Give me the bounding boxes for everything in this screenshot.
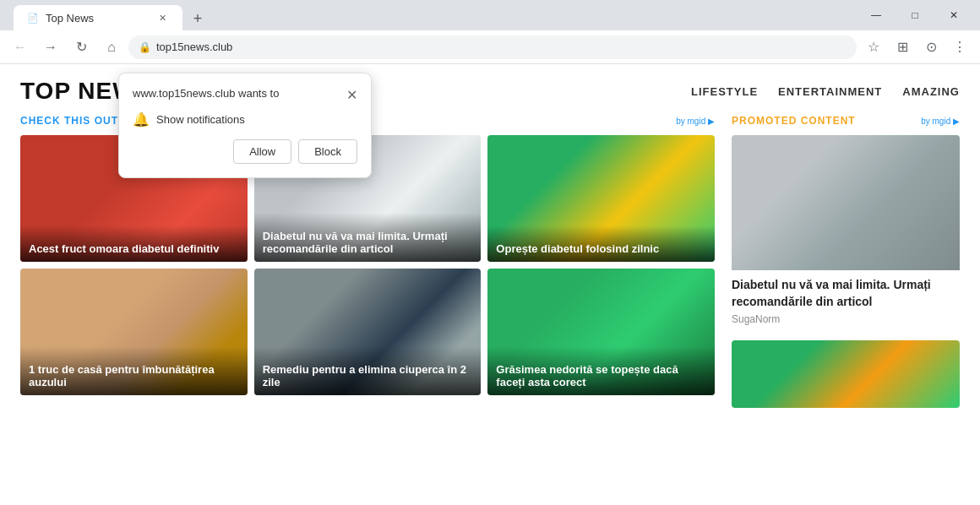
- address-text: top15news.club: [156, 41, 847, 53]
- popup-permission-text: Show notifications: [156, 113, 245, 126]
- sidebar-card-image-1: [732, 135, 960, 270]
- mgid-badge-main: by mgid ▶: [676, 117, 715, 126]
- bell-icon: 🔔: [133, 111, 150, 128]
- security-lock-icon: 🔒: [139, 41, 151, 53]
- sidebar-content: PROMOTED CONTENT by mgid ▶ Diabetul nu v…: [732, 115, 960, 408]
- tab-bar: 📄 Top News ✕ +: [7, 0, 216, 30]
- popup-header: www.top15news.club wants to ✕: [133, 87, 357, 103]
- sidebar-card-1[interactable]: Diabetul nu vă va mai limita. Urmați rec…: [732, 135, 960, 332]
- active-tab[interactable]: 📄 Top News ✕: [14, 5, 182, 30]
- article-item-3[interactable]: Oprește diabetul folosind zilnic: [487, 135, 715, 262]
- tab-close-button[interactable]: ✕: [155, 11, 169, 24]
- article-item-5[interactable]: Remediu pentru a elimina ciuperca în 2 z…: [254, 269, 482, 395]
- check-this-out-label: CHECK THIS OUT: [20, 115, 118, 127]
- navigation-bar: ← → ↻ ⌂ 🔒 top15news.club ☆ ⊞ ⊙ ⋮: [0, 30, 980, 64]
- sidebar-card-body-1: Diabetul nu vă va mai limita. Urmați rec…: [732, 270, 960, 332]
- maximize-button[interactable]: □: [896, 0, 934, 30]
- back-button[interactable]: ←: [7, 34, 34, 61]
- site-navigation: LIFESTYLE ENTERTAINMENT AMAZING: [691, 85, 960, 98]
- article-image-4: 1 truc de casă pentru îmbunătățirea auzu…: [20, 269, 248, 395]
- extensions-button[interactable]: ⊞: [889, 34, 916, 61]
- article-caption-3: Oprește diabetul folosind zilnic: [487, 225, 715, 262]
- article-caption-1: Acest fruct omoara diabetul definitiv: [20, 225, 248, 262]
- menu-button[interactable]: ⋮: [946, 34, 973, 61]
- nav-right-controls: ☆ ⊞ ⊙ ⋮: [860, 34, 973, 61]
- article-caption-5: Remediu pentru a elimina ciuperca în 2 z…: [254, 346, 482, 395]
- tab-page-icon: 📄: [27, 13, 39, 24]
- notification-popup: www.top15news.club wants to ✕ 🔔 Show not…: [118, 73, 372, 178]
- block-button[interactable]: Block: [298, 139, 357, 164]
- article-caption-4: 1 truc de casă pentru îmbunătățirea auzu…: [20, 346, 248, 395]
- popup-action-buttons: Allow Block: [133, 139, 357, 164]
- sidebar-card-title-1: Diabetul nu vă va mai limita. Urmați rec…: [732, 277, 960, 310]
- articles-row-2: 1 truc de casă pentru îmbunătățirea auzu…: [20, 269, 715, 395]
- article-item-4[interactable]: 1 truc de casă pentru îmbunătățirea auzu…: [20, 269, 248, 395]
- article-image-3: Oprește diabetul folosind zilnic: [487, 135, 715, 262]
- article-caption-2: Diabetul nu vă va mai limita. Urmați rec…: [254, 213, 482, 262]
- popup-permission-row: 🔔 Show notifications: [133, 111, 357, 128]
- home-button[interactable]: ⌂: [98, 34, 125, 61]
- address-bar[interactable]: 🔒 top15news.club: [128, 35, 857, 59]
- bookmark-button[interactable]: ☆: [860, 34, 887, 61]
- page-content: www.top15news.club wants to ✕ 🔔 Show not…: [0, 64, 980, 505]
- forward-button[interactable]: →: [37, 34, 64, 61]
- mgid-badge-sidebar: by mgid ▶: [921, 117, 960, 126]
- allow-button[interactable]: Allow: [233, 139, 291, 164]
- nav-entertainment[interactable]: ENTERTAINMENT: [778, 85, 882, 98]
- close-button[interactable]: ✕: [934, 0, 973, 30]
- sidebar-card-source-1: SugaNorm: [732, 313, 960, 325]
- article-caption-6: Grăsimea nedorită se topește dacă faceți…: [487, 346, 715, 395]
- minimize-button[interactable]: —: [857, 0, 896, 30]
- window-controls: — □ ✕: [857, 0, 973, 30]
- promoted-content-section: PROMOTED CONTENT by mgid ▶: [732, 115, 960, 127]
- popup-title: www.top15news.club wants to: [133, 87, 279, 100]
- nav-lifestyle[interactable]: LIFESTYLE: [691, 85, 758, 98]
- sidebar-card-image-2[interactable]: [732, 340, 960, 408]
- promoted-content-label: PROMOTED CONTENT: [732, 115, 856, 127]
- popup-close-button[interactable]: ✕: [346, 87, 357, 103]
- nav-amazing[interactable]: AMAZING: [902, 85, 960, 98]
- article-image-5: Remediu pentru a elimina ciuperca în 2 z…: [254, 269, 482, 395]
- article-item-6[interactable]: Grăsimea nedorită se topește dacă faceți…: [487, 269, 715, 395]
- profile-button[interactable]: ⊙: [917, 34, 945, 61]
- article-image-6: Grăsimea nedorită se topește dacă faceți…: [487, 269, 715, 395]
- title-bar: 📄 Top News ✕ + — □ ✕: [0, 0, 980, 30]
- new-tab-button[interactable]: +: [186, 7, 210, 30]
- refresh-button[interactable]: ↻: [68, 34, 95, 61]
- tab-title: Top News: [46, 12, 149, 24]
